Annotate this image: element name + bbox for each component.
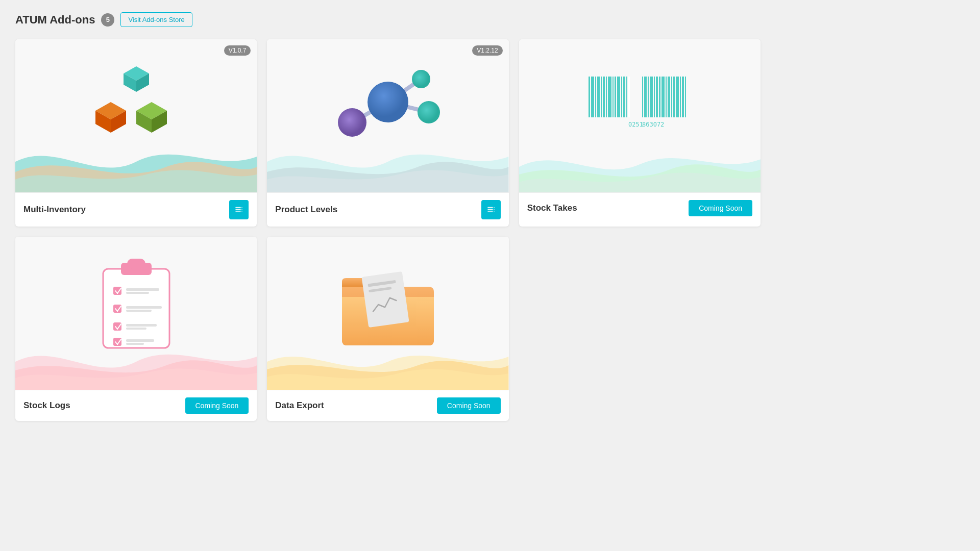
svg-point-19 <box>368 82 408 122</box>
svg-rect-47 <box>650 77 653 117</box>
svg-point-21 <box>412 70 430 88</box>
svg-rect-40 <box>623 77 625 117</box>
svg-rect-41 <box>626 77 627 117</box>
card-multi-inventory: V1.0.7 <box>15 39 257 227</box>
stock-takes-coming-soon-button[interactable]: Coming Soon <box>689 200 752 216</box>
svg-rect-13 <box>242 209 243 210</box>
card-data-export: Data Export Coming Soon <box>267 237 508 421</box>
addon-grid: V1.0.7 <box>15 39 761 421</box>
svg-rect-63 <box>127 259 145 269</box>
svg-rect-34 <box>606 77 607 117</box>
card-footer-multi-inventory: Multi-Inventory <box>15 192 257 227</box>
svg-rect-82 <box>126 339 154 342</box>
svg-rect-32 <box>601 77 602 117</box>
svg-rect-50 <box>659 77 660 117</box>
svg-rect-73 <box>126 310 152 312</box>
svg-rect-53 <box>668 77 670 117</box>
svg-rect-9 <box>236 207 241 208</box>
card-name-product-levels: Product Levels <box>275 205 337 215</box>
card-product-levels: V1.2.12 <box>267 39 508 227</box>
multi-inventory-action-button[interactable] <box>229 200 249 219</box>
svg-rect-83 <box>126 343 144 345</box>
svg-rect-26 <box>494 209 495 210</box>
svg-rect-33 <box>603 77 605 117</box>
svg-rect-58 <box>682 77 684 117</box>
svg-rect-67 <box>126 288 159 291</box>
svg-rect-55 <box>673 77 675 117</box>
svg-rect-84 <box>361 271 409 328</box>
svg-rect-51 <box>662 77 665 117</box>
molecule-icon <box>332 66 444 150</box>
card-image-data-export <box>267 237 508 390</box>
svg-rect-39 <box>621 77 622 117</box>
visit-store-button[interactable]: Visit Add-ons Store <box>120 12 192 27</box>
card-footer-stock-takes: Stock Takes Coming Soon <box>519 192 761 223</box>
card-name-multi-inventory: Multi-Inventory <box>23 205 86 215</box>
svg-rect-27 <box>494 211 495 212</box>
svg-rect-23 <box>487 209 493 210</box>
svg-rect-35 <box>608 77 611 117</box>
svg-rect-14 <box>242 211 243 212</box>
card-image-stock-takes: 0251 863072 <box>519 39 761 192</box>
svg-rect-59 <box>685 77 686 117</box>
card-image-product-levels: V1.2.12 <box>267 39 508 192</box>
svg-rect-24 <box>487 211 493 212</box>
addon-count-badge: 5 <box>101 13 114 27</box>
list-icon <box>234 205 243 214</box>
svg-text:0251: 0251 <box>628 121 643 128</box>
svg-rect-22 <box>487 207 493 208</box>
version-badge-multi-inventory: V1.0.7 <box>224 45 251 56</box>
svg-rect-77 <box>126 324 157 327</box>
svg-rect-48 <box>654 77 655 117</box>
svg-rect-57 <box>680 77 681 117</box>
card-name-stock-takes: Stock Takes <box>527 203 577 213</box>
svg-rect-12 <box>242 207 243 208</box>
barcode-icon: 0251 863072 <box>583 71 696 145</box>
svg-point-18 <box>338 108 366 137</box>
page-title: ATUM Add-ons <box>15 13 95 27</box>
svg-rect-10 <box>236 209 241 210</box>
svg-rect-46 <box>648 77 649 117</box>
stock-logs-coming-soon-button[interactable]: Coming Soon <box>185 397 249 414</box>
svg-rect-31 <box>597 77 600 117</box>
svg-rect-44 <box>642 77 643 117</box>
svg-rect-36 <box>612 77 614 117</box>
product-levels-action-button[interactable] <box>481 200 501 219</box>
svg-rect-78 <box>126 328 146 330</box>
card-image-stock-logs <box>15 237 257 390</box>
clipboard-icon-img <box>95 254 177 358</box>
data-export-coming-soon-button[interactable]: Coming Soon <box>437 397 501 414</box>
svg-rect-38 <box>617 77 620 117</box>
cube-icon <box>85 61 187 155</box>
svg-rect-49 <box>656 77 658 117</box>
card-image-multi-inventory: V1.0.7 <box>15 39 257 192</box>
version-badge-product-levels: V1.2.12 <box>472 45 502 56</box>
svg-rect-54 <box>671 77 672 117</box>
svg-rect-42 <box>628 77 630 117</box>
card-footer-product-levels: Product Levels <box>267 192 508 227</box>
card-footer-stock-logs: Stock Logs Coming Soon <box>15 390 257 421</box>
card-footer-data-export: Data Export Coming Soon <box>267 390 508 421</box>
svg-rect-25 <box>494 207 495 208</box>
card-stock-logs: Stock Logs Coming Soon <box>15 237 257 421</box>
svg-rect-28 <box>589 77 590 117</box>
svg-rect-68 <box>126 292 149 294</box>
svg-rect-45 <box>644 77 647 117</box>
svg-rect-72 <box>126 306 162 309</box>
card-name-data-export: Data Export <box>275 400 324 411</box>
list-icon-2 <box>486 205 496 214</box>
card-stock-takes: 0251 863072 <box>519 39 761 227</box>
folder-icon-img <box>337 259 439 353</box>
card-name-stock-logs: Stock Logs <box>23 400 70 411</box>
svg-rect-37 <box>615 77 616 117</box>
svg-rect-11 <box>236 211 241 212</box>
svg-rect-56 <box>676 77 679 117</box>
svg-rect-52 <box>666 77 667 117</box>
svg-rect-30 <box>595 77 596 117</box>
svg-text:863072: 863072 <box>642 121 664 128</box>
svg-rect-29 <box>591 77 594 117</box>
svg-point-20 <box>418 101 440 123</box>
